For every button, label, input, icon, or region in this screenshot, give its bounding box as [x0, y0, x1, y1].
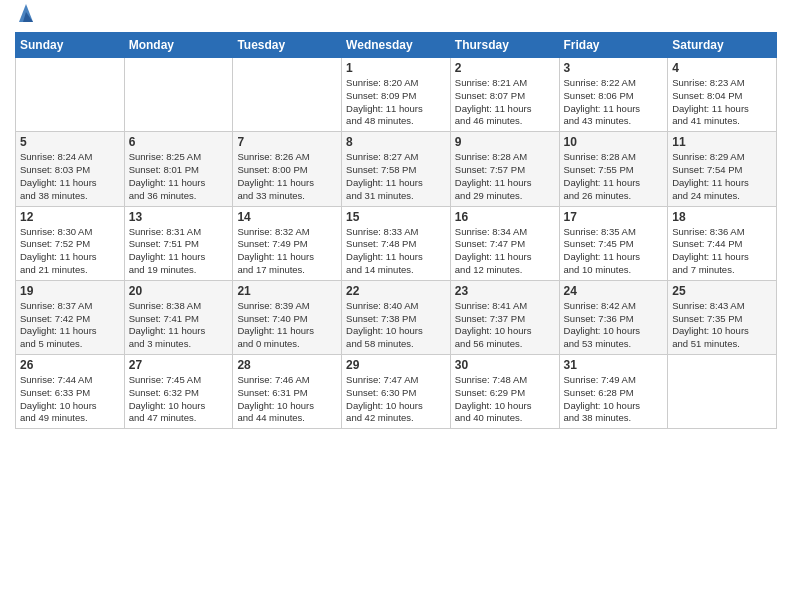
- calendar-cell: [233, 58, 342, 132]
- calendar-cell: 30Sunrise: 7:48 AM Sunset: 6:29 PM Dayli…: [450, 355, 559, 429]
- day-info: Sunrise: 8:41 AM Sunset: 7:37 PM Dayligh…: [455, 300, 555, 351]
- day-number: 19: [20, 284, 120, 298]
- day-header-monday: Monday: [124, 33, 233, 58]
- day-info: Sunrise: 8:33 AM Sunset: 7:48 PM Dayligh…: [346, 226, 446, 277]
- calendar-cell: [668, 355, 777, 429]
- day-number: 2: [455, 61, 555, 75]
- calendar-cell: [16, 58, 125, 132]
- day-info: Sunrise: 8:38 AM Sunset: 7:41 PM Dayligh…: [129, 300, 229, 351]
- day-number: 17: [564, 210, 664, 224]
- day-info: Sunrise: 8:39 AM Sunset: 7:40 PM Dayligh…: [237, 300, 337, 351]
- day-info: Sunrise: 7:47 AM Sunset: 6:30 PM Dayligh…: [346, 374, 446, 425]
- calendar-header-row: SundayMondayTuesdayWednesdayThursdayFrid…: [16, 33, 777, 58]
- day-number: 1: [346, 61, 446, 75]
- day-number: 7: [237, 135, 337, 149]
- calendar-cell: 26Sunrise: 7:44 AM Sunset: 6:33 PM Dayli…: [16, 355, 125, 429]
- calendar-cell: 19Sunrise: 8:37 AM Sunset: 7:42 PM Dayli…: [16, 280, 125, 354]
- day-info: Sunrise: 8:35 AM Sunset: 7:45 PM Dayligh…: [564, 226, 664, 277]
- day-info: Sunrise: 8:32 AM Sunset: 7:49 PM Dayligh…: [237, 226, 337, 277]
- day-info: Sunrise: 7:46 AM Sunset: 6:31 PM Dayligh…: [237, 374, 337, 425]
- day-header-thursday: Thursday: [450, 33, 559, 58]
- calendar-cell: 18Sunrise: 8:36 AM Sunset: 7:44 PM Dayli…: [668, 206, 777, 280]
- day-info: Sunrise: 7:48 AM Sunset: 6:29 PM Dayligh…: [455, 374, 555, 425]
- day-number: 24: [564, 284, 664, 298]
- day-info: Sunrise: 8:42 AM Sunset: 7:36 PM Dayligh…: [564, 300, 664, 351]
- calendar-cell: 23Sunrise: 8:41 AM Sunset: 7:37 PM Dayli…: [450, 280, 559, 354]
- day-number: 12: [20, 210, 120, 224]
- day-info: Sunrise: 7:44 AM Sunset: 6:33 PM Dayligh…: [20, 374, 120, 425]
- day-info: Sunrise: 8:36 AM Sunset: 7:44 PM Dayligh…: [672, 226, 772, 277]
- day-number: 11: [672, 135, 772, 149]
- calendar-cell: 28Sunrise: 7:46 AM Sunset: 6:31 PM Dayli…: [233, 355, 342, 429]
- calendar-cell: 15Sunrise: 8:33 AM Sunset: 7:48 PM Dayli…: [342, 206, 451, 280]
- day-info: Sunrise: 8:20 AM Sunset: 8:09 PM Dayligh…: [346, 77, 446, 128]
- day-number: 5: [20, 135, 120, 149]
- day-number: 13: [129, 210, 229, 224]
- calendar-cell: 10Sunrise: 8:28 AM Sunset: 7:55 PM Dayli…: [559, 132, 668, 206]
- calendar-week-row: 5Sunrise: 8:24 AM Sunset: 8:03 PM Daylig…: [16, 132, 777, 206]
- day-number: 4: [672, 61, 772, 75]
- day-info: Sunrise: 8:28 AM Sunset: 7:57 PM Dayligh…: [455, 151, 555, 202]
- calendar-cell: 1Sunrise: 8:20 AM Sunset: 8:09 PM Daylig…: [342, 58, 451, 132]
- calendar-cell: 20Sunrise: 8:38 AM Sunset: 7:41 PM Dayli…: [124, 280, 233, 354]
- day-info: Sunrise: 7:49 AM Sunset: 6:28 PM Dayligh…: [564, 374, 664, 425]
- day-number: 3: [564, 61, 664, 75]
- day-info: Sunrise: 8:27 AM Sunset: 7:58 PM Dayligh…: [346, 151, 446, 202]
- day-info: Sunrise: 8:28 AM Sunset: 7:55 PM Dayligh…: [564, 151, 664, 202]
- day-number: 10: [564, 135, 664, 149]
- day-info: Sunrise: 8:26 AM Sunset: 8:00 PM Dayligh…: [237, 151, 337, 202]
- day-info: Sunrise: 8:43 AM Sunset: 7:35 PM Dayligh…: [672, 300, 772, 351]
- day-number: 26: [20, 358, 120, 372]
- calendar-cell: 4Sunrise: 8:23 AM Sunset: 8:04 PM Daylig…: [668, 58, 777, 132]
- day-info: Sunrise: 8:30 AM Sunset: 7:52 PM Dayligh…: [20, 226, 120, 277]
- header: [15, 10, 777, 24]
- day-number: 29: [346, 358, 446, 372]
- day-header-saturday: Saturday: [668, 33, 777, 58]
- day-info: Sunrise: 8:40 AM Sunset: 7:38 PM Dayligh…: [346, 300, 446, 351]
- calendar-cell: 22Sunrise: 8:40 AM Sunset: 7:38 PM Dayli…: [342, 280, 451, 354]
- page: SundayMondayTuesdayWednesdayThursdayFrid…: [0, 0, 792, 612]
- calendar-cell: 11Sunrise: 8:29 AM Sunset: 7:54 PM Dayli…: [668, 132, 777, 206]
- day-number: 27: [129, 358, 229, 372]
- day-number: 16: [455, 210, 555, 224]
- day-header-tuesday: Tuesday: [233, 33, 342, 58]
- day-number: 6: [129, 135, 229, 149]
- calendar-week-row: 19Sunrise: 8:37 AM Sunset: 7:42 PM Dayli…: [16, 280, 777, 354]
- calendar-cell: 29Sunrise: 7:47 AM Sunset: 6:30 PM Dayli…: [342, 355, 451, 429]
- day-header-wednesday: Wednesday: [342, 33, 451, 58]
- logo: [15, 10, 35, 24]
- day-info: Sunrise: 8:29 AM Sunset: 7:54 PM Dayligh…: [672, 151, 772, 202]
- day-info: Sunrise: 8:31 AM Sunset: 7:51 PM Dayligh…: [129, 226, 229, 277]
- calendar-cell: 12Sunrise: 8:30 AM Sunset: 7:52 PM Dayli…: [16, 206, 125, 280]
- day-info: Sunrise: 7:45 AM Sunset: 6:32 PM Dayligh…: [129, 374, 229, 425]
- day-number: 21: [237, 284, 337, 298]
- calendar-cell: 6Sunrise: 8:25 AM Sunset: 8:01 PM Daylig…: [124, 132, 233, 206]
- logo-icon: [17, 2, 35, 24]
- calendar-week-row: 1Sunrise: 8:20 AM Sunset: 8:09 PM Daylig…: [16, 58, 777, 132]
- calendar-cell: 21Sunrise: 8:39 AM Sunset: 7:40 PM Dayli…: [233, 280, 342, 354]
- calendar-cell: 27Sunrise: 7:45 AM Sunset: 6:32 PM Dayli…: [124, 355, 233, 429]
- day-number: 14: [237, 210, 337, 224]
- calendar-cell: 5Sunrise: 8:24 AM Sunset: 8:03 PM Daylig…: [16, 132, 125, 206]
- day-number: 22: [346, 284, 446, 298]
- calendar-cell: 13Sunrise: 8:31 AM Sunset: 7:51 PM Dayli…: [124, 206, 233, 280]
- calendar: SundayMondayTuesdayWednesdayThursdayFrid…: [15, 32, 777, 429]
- day-info: Sunrise: 8:37 AM Sunset: 7:42 PM Dayligh…: [20, 300, 120, 351]
- day-number: 18: [672, 210, 772, 224]
- calendar-cell: 24Sunrise: 8:42 AM Sunset: 7:36 PM Dayli…: [559, 280, 668, 354]
- day-info: Sunrise: 8:24 AM Sunset: 8:03 PM Dayligh…: [20, 151, 120, 202]
- day-number: 8: [346, 135, 446, 149]
- calendar-cell: 17Sunrise: 8:35 AM Sunset: 7:45 PM Dayli…: [559, 206, 668, 280]
- day-number: 31: [564, 358, 664, 372]
- calendar-week-row: 26Sunrise: 7:44 AM Sunset: 6:33 PM Dayli…: [16, 355, 777, 429]
- day-info: Sunrise: 8:22 AM Sunset: 8:06 PM Dayligh…: [564, 77, 664, 128]
- day-number: 15: [346, 210, 446, 224]
- calendar-cell: 14Sunrise: 8:32 AM Sunset: 7:49 PM Dayli…: [233, 206, 342, 280]
- day-info: Sunrise: 8:23 AM Sunset: 8:04 PM Dayligh…: [672, 77, 772, 128]
- day-number: 20: [129, 284, 229, 298]
- calendar-cell: 7Sunrise: 8:26 AM Sunset: 8:00 PM Daylig…: [233, 132, 342, 206]
- day-number: 23: [455, 284, 555, 298]
- day-info: Sunrise: 8:21 AM Sunset: 8:07 PM Dayligh…: [455, 77, 555, 128]
- calendar-cell: [124, 58, 233, 132]
- calendar-cell: 3Sunrise: 8:22 AM Sunset: 8:06 PM Daylig…: [559, 58, 668, 132]
